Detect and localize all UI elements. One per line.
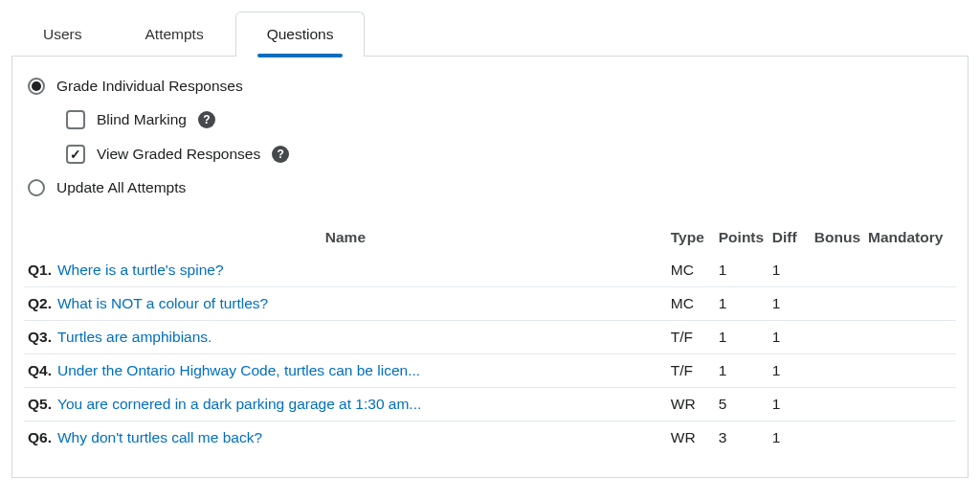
cell-mandatory	[864, 254, 956, 287]
col-header-points: Points	[715, 221, 768, 254]
radio-update-all-label: Update All Attempts	[56, 179, 186, 196]
table-row: Q4.Under the Ontario Highway Code, turtl…	[24, 354, 956, 388]
cell-mandatory	[864, 388, 956, 421]
cell-mandatory	[864, 287, 956, 321]
question-number: Q1.	[28, 262, 52, 278]
help-icon[interactable]: ?	[272, 146, 289, 163]
cell-bonus	[811, 421, 864, 455]
cell-points: 1	[715, 287, 768, 321]
questions-table: Name Type Points Diff Bonus Mandatory Q1…	[24, 221, 956, 454]
cell-points: 1	[715, 254, 768, 287]
question-number: Q3.	[28, 329, 52, 345]
checkbox-view-graded-row: View Graded Responses ?	[62, 137, 956, 171]
checkbox-blind-marking-row: Blind Marking ?	[62, 102, 956, 137]
tab-bar: Users Attempts Questions	[11, 11, 969, 57]
checkbox-view-graded[interactable]	[66, 145, 85, 164]
cell-points: 3	[715, 421, 768, 455]
cell-name: Q4.Under the Ontario Highway Code, turtl…	[24, 354, 667, 388]
tab-attempts[interactable]: Attempts	[113, 11, 234, 57]
cell-name: Q3.Turtles are amphibians.	[24, 321, 667, 354]
grade-individual-suboptions: Blind Marking ? View Graded Responses ?	[24, 102, 956, 171]
tab-users[interactable]: Users	[11, 11, 113, 57]
questions-panel: Grade Individual Responses Blind Marking…	[11, 56, 969, 478]
col-header-mandatory: Mandatory	[864, 221, 956, 254]
table-row: Q1.Where is a turtle's spine?MC11	[24, 254, 956, 287]
cell-type: MC	[667, 254, 715, 287]
cell-type: WR	[667, 421, 715, 455]
col-header-bonus: Bonus	[811, 221, 864, 254]
checkbox-blind-marking[interactable]	[66, 110, 85, 129]
cell-type: T/F	[667, 321, 715, 354]
question-link[interactable]: Under the Ontario Highway Code, turtles …	[57, 362, 420, 378]
cell-bonus	[811, 354, 864, 388]
question-link[interactable]: Why don't turtles call me back?	[57, 429, 262, 445]
table-header-row: Name Type Points Diff Bonus Mandatory	[24, 221, 956, 254]
cell-diff: 1	[768, 421, 811, 455]
cell-name: Q6.Why don't turtles call me back?	[24, 421, 667, 455]
cell-diff: 1	[768, 254, 811, 287]
cell-mandatory	[864, 354, 956, 388]
cell-name: Q1.Where is a turtle's spine?	[24, 254, 667, 287]
cell-bonus	[811, 254, 864, 287]
table-row: Q2.What is NOT a colour of turtles?MC11	[24, 287, 956, 321]
radio-grade-individual-label: Grade Individual Responses	[56, 78, 243, 95]
tab-questions[interactable]: Questions	[235, 11, 366, 57]
cell-type: MC	[667, 287, 715, 321]
checkbox-blind-marking-label: Blind Marking	[97, 111, 187, 128]
cell-type: T/F	[667, 354, 715, 388]
question-link[interactable]: What is NOT a colour of turtles?	[57, 295, 268, 311]
cell-diff: 1	[768, 287, 811, 321]
radio-grade-individual-row: Grade Individual Responses	[24, 70, 956, 102]
cell-name: Q5.You are cornered in a dark parking ga…	[24, 388, 667, 421]
cell-name: Q2.What is NOT a colour of turtles?	[24, 287, 667, 321]
cell-bonus	[811, 388, 864, 421]
cell-points: 1	[715, 321, 768, 354]
radio-update-all[interactable]	[28, 179, 45, 196]
cell-bonus	[811, 287, 864, 321]
question-link[interactable]: You are cornered in a dark parking garag…	[57, 396, 421, 412]
table-row: Q3.Turtles are amphibians.T/F11	[24, 321, 956, 354]
help-icon[interactable]: ?	[198, 111, 215, 128]
table-row: Q6.Why don't turtles call me back?WR31	[24, 421, 956, 455]
cell-diff: 1	[768, 354, 811, 388]
col-header-type: Type	[667, 221, 715, 254]
col-header-diff: Diff	[768, 221, 811, 254]
question-link[interactable]: Where is a turtle's spine?	[57, 262, 224, 278]
radio-grade-individual[interactable]	[28, 78, 45, 95]
col-header-name: Name	[24, 221, 667, 254]
radio-update-all-row: Update All Attempts	[24, 171, 956, 204]
cell-bonus	[811, 321, 864, 354]
table-row: Q5.You are cornered in a dark parking ga…	[24, 388, 956, 421]
cell-mandatory	[864, 321, 956, 354]
question-number: Q2.	[28, 295, 52, 311]
checkbox-view-graded-label: View Graded Responses	[97, 146, 260, 163]
cell-type: WR	[667, 388, 715, 421]
cell-points: 1	[715, 354, 768, 388]
question-number: Q6.	[28, 429, 52, 445]
cell-mandatory	[864, 421, 956, 455]
cell-points: 5	[715, 388, 768, 421]
question-number: Q5.	[28, 396, 52, 412]
question-link[interactable]: Turtles are amphibians.	[57, 329, 212, 345]
cell-diff: 1	[768, 321, 811, 354]
question-number: Q4.	[28, 362, 52, 378]
cell-diff: 1	[768, 388, 811, 421]
